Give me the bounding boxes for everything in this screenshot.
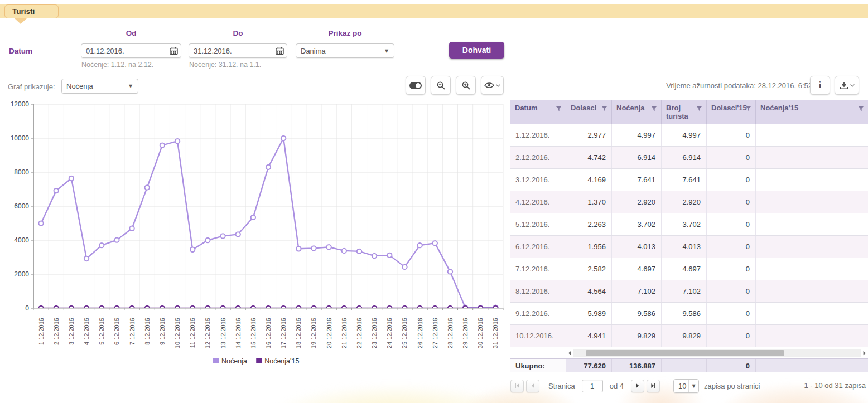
graf-prikazuje-label: Graf prikazuje: [8,82,55,91]
svg-text:17.12.2016.: 17.12.2016. [280,316,287,348]
scrollbar-thumb[interactable] [586,350,784,356]
info-button[interactable]: i [810,76,830,95]
table-cell: 4.12.2016. [510,191,566,213]
table-cell [756,236,868,258]
tab-pointer [15,18,27,24]
table-row[interactable]: 4.12.2016.1.3702.9202.9200 [510,191,868,213]
column-header[interactable]: Noćenja [612,100,662,124]
total-cell: 77.620 [566,359,612,372]
table-cell [756,147,868,168]
date-from-hint: Noćenje: 1.12. na 2.12. [81,61,153,69]
filter-icon[interactable] [601,106,607,111]
dohvati-button[interactable]: Dohvati [449,42,504,59]
last-page-button[interactable] [647,380,660,392]
chevron-down-icon: ▼ [385,48,388,54]
table-cell: 4.697 [662,258,707,280]
date-from-field [81,43,181,58]
table-row[interactable]: 3.12.2016.4.1697.6417.6410 [510,169,868,191]
prev-page-button[interactable] [526,380,539,392]
table-row[interactable]: 10.12.2016.4.9419.8299.8290 [510,325,868,347]
table-cell [756,191,868,213]
first-page-button[interactable] [510,380,524,392]
table-cell [756,303,868,324]
svg-text:15.12.2016.: 15.12.2016. [250,316,257,348]
last-page-icon [650,383,656,389]
scroll-left-icon[interactable] [567,351,572,356]
column-label: Datum [515,104,537,112]
table-row[interactable]: 1.12.2016.2.9774.9974.9970 [510,124,868,147]
table-cell: 3.12.2016. [510,169,566,191]
page-size-value: 10 [674,382,688,390]
table-cell: 0 [707,191,756,213]
svg-text:8000: 8000 [14,168,29,176]
table-row[interactable]: 8.12.2016.4.5647.1027.1020 [510,280,868,303]
filter-icon[interactable] [858,106,864,111]
app-root: Turisti Od Do Prikaz po Datum Danima ▼ D… [0,0,868,403]
table-row[interactable]: 6.12.2016.1.9564.0134.0130 [510,236,868,258]
tab-turisti[interactable]: Turisti [4,4,59,18]
svg-text:6000: 6000 [14,202,29,210]
table-cell [756,124,868,146]
table-row[interactable]: 5.12.2016.2.2633.7023.7020 [510,213,868,236]
series-visibility-button[interactable] [481,76,504,95]
table-horizontal-scrollbar[interactable] [566,347,868,358]
zoom-out-icon [437,81,445,90]
per-page-label: zapisa po stranici [704,382,760,390]
zoom-in-button[interactable] [456,76,476,95]
table-cell: 7.641 [662,169,707,191]
column-header[interactable]: Noćenja'15 [756,100,868,124]
date-from-input[interactable] [81,44,166,57]
table-cell: 0 [707,258,756,280]
filter-icon[interactable] [696,106,702,111]
table-row[interactable]: 9.12.2016.5.9899.5869.5860 [510,303,868,325]
table-cell: 6.914 [612,147,662,168]
column-header[interactable]: Dolasci'15 [707,100,756,124]
date-from-calendar-button[interactable] [166,44,181,57]
date-to-input[interactable] [189,44,272,57]
table-cell: 2.920 [662,191,707,213]
prikaz-po-value: Danima [296,47,379,55]
table-cell [756,280,868,302]
table-cell [756,258,868,280]
chart-toggle-button[interactable] [406,76,426,95]
column-header[interactable]: Dolasci [566,100,612,124]
total-label: Ukupno: [510,359,566,372]
table-cell: 0 [707,236,756,258]
scrollbar-track[interactable] [573,349,861,357]
svg-text:21.12.2016.: 21.12.2016. [341,316,348,348]
table-row[interactable]: 7.12.2016.2.5824.6974.6970 [510,258,868,280]
filter-icon[interactable] [556,106,562,111]
page-size-select[interactable]: 10 ▼ [673,379,699,393]
filter-icon[interactable] [651,106,657,111]
table-cell: 4.997 [612,124,662,146]
column-header[interactable]: Broj turista [662,100,707,124]
page-number-input[interactable] [582,380,603,392]
table-cell: 2.977 [566,124,612,146]
next-page-button[interactable] [631,380,644,392]
graf-prikazuje-select[interactable]: Noćenja ▼ [61,79,138,94]
prikaz-po-select[interactable]: Danima ▼ [296,43,394,58]
download-button[interactable] [835,76,859,95]
download-icon [840,81,848,90]
table-cell: 1.12.2016. [510,124,566,146]
filter-icon[interactable] [745,106,751,111]
svg-text:12000: 12000 [11,100,30,108]
column-label: Noćenja [616,104,645,112]
scroll-right-icon[interactable] [862,351,867,356]
svg-text:2000: 2000 [14,270,29,278]
table-cell: 4.013 [662,236,707,258]
table-cell: 9.829 [612,325,662,347]
first-page-icon [514,383,520,389]
prev-page-icon [530,383,536,389]
date-to-calendar-button[interactable] [272,44,287,57]
svg-text:7.12.2016.: 7.12.2016. [129,316,136,345]
svg-text:11.12.2016.: 11.12.2016. [189,316,196,348]
table-cell [756,325,868,347]
svg-text:10.12.2016.: 10.12.2016. [174,316,181,348]
zoom-out-button[interactable] [431,76,451,95]
column-label: Dolasci'15 [711,104,747,112]
column-header[interactable]: Datum [510,100,566,124]
table-row[interactable]: 2.12.2016.4.7426.9146.9140 [510,147,868,169]
table-total-row: Ukupno:77.620136.8870 [510,358,868,372]
svg-text:1.12.2016.: 1.12.2016. [38,316,45,345]
